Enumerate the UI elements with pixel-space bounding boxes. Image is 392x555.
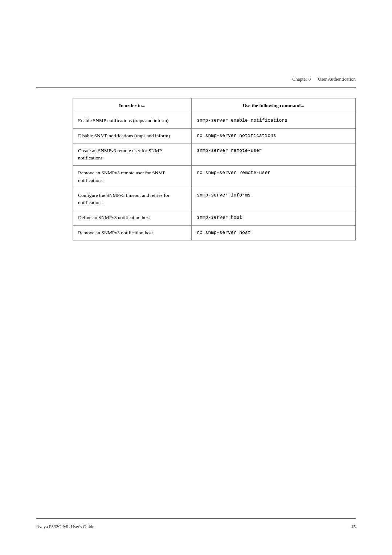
- table-row: Disable SNMP notifications (traps and in…: [73, 128, 356, 143]
- table-cell-action: Create an SNMPv3 remote user for SNMP no…: [73, 143, 192, 166]
- table-row: Enable SNMP notifications (traps and inf…: [73, 113, 356, 128]
- table-cell-action: Remove an SNMPv3 remote user for SNMP no…: [73, 166, 192, 188]
- commands-table: In order to... Use the following command…: [73, 98, 356, 240]
- table-row: Configure the SNMPv3 timeout and retries…: [73, 188, 356, 210]
- table-row: Remove an SNMPv3 notification hostno snm…: [73, 225, 356, 240]
- page-number: 45: [351, 524, 356, 530]
- table-header-row: In order to... Use the following command…: [73, 98, 356, 113]
- table-cell-command: no snmp-server notifications: [192, 128, 356, 143]
- table-cell-command: snmp-server host: [192, 210, 356, 225]
- table-cell-command: snmp-server enable notifications: [192, 113, 356, 128]
- chapter-label: Chapter 8 User Authentication: [292, 76, 356, 82]
- table-cell-command: no snmp-server remote-user: [192, 166, 356, 188]
- table-row: Define an SNMPv3 notification hostsnmp-s…: [73, 210, 356, 225]
- chapter-title: User Authentication: [318, 76, 356, 82]
- table-cell-command: snmp-server remote-user: [192, 143, 356, 166]
- col-header-action: In order to...: [73, 98, 192, 113]
- table-cell-action: Disable SNMP notifications (traps and in…: [73, 128, 192, 143]
- table-cell-command: snmp-server informs: [192, 188, 356, 210]
- table-cell-command: no snmp-server host: [192, 225, 356, 240]
- table-cell-action: Configure the SNMPv3 timeout and retries…: [73, 188, 192, 210]
- page-header: Chapter 8 User Authentication: [292, 76, 356, 82]
- content-area: In order to... Use the following command…: [73, 94, 356, 240]
- table-cell-action: Enable SNMP notifications (traps and inf…: [73, 113, 192, 128]
- table-cell-action: Remove an SNMPv3 notification host: [73, 225, 192, 240]
- page-footer: Avaya P332G-ML User's Guide 45: [36, 524, 356, 530]
- chapter-number: Chapter 8: [292, 76, 311, 82]
- col-header-command: Use the following command...: [192, 98, 356, 113]
- page: Chapter 8 User Authentication In order t…: [0, 0, 392, 555]
- table-row: Create an SNMPv3 remote user for SNMP no…: [73, 143, 356, 166]
- table-row: Remove an SNMPv3 remote user for SNMP no…: [73, 166, 356, 188]
- footer-guide-title: Avaya P332G-ML User's Guide: [36, 524, 94, 530]
- table-cell-action: Define an SNMPv3 notification host: [73, 210, 192, 225]
- header-divider: [36, 87, 356, 88]
- footer-divider: [36, 518, 356, 519]
